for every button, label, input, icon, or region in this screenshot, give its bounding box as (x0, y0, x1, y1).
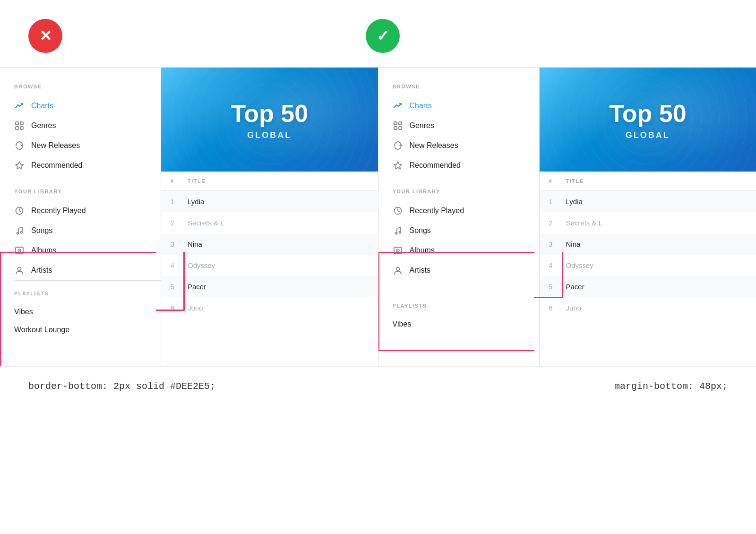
vibes-label-good: Vibes (393, 320, 412, 328)
sidebar-item-charts-good[interactable]: Charts (393, 96, 539, 116)
browse-section-bad: BROWSE Charts (14, 84, 161, 175)
artists-label-bad: Artists (31, 266, 52, 275)
global-text-bad: GLOBAL (247, 130, 292, 140)
sidebar-item-albums-bad[interactable]: Albums (14, 241, 161, 260)
playlists-section-bad: PLAYLISTS Vibes Workout Lounge (14, 291, 161, 339)
track-row-2-good[interactable]: 2 Secrets & L (540, 212, 756, 233)
genres-icon-bad (14, 121, 25, 131)
svg-rect-15 (399, 127, 402, 129)
songs-icon-bad (14, 225, 25, 236)
charts-icon-bad (14, 101, 25, 111)
library-label-bad: YOUR LIBRARY (14, 189, 161, 194)
track-list-bad: # TITLE 1 Lydia 2 Secrets & L 3 Nina 4 (161, 172, 378, 319)
panel-bad: BROWSE Charts (0, 68, 378, 366)
songs-icon-good (393, 225, 403, 236)
playlist-vibes-good[interactable]: Vibes (393, 315, 539, 333)
playlist-workout-bad[interactable]: Workout Lounge (14, 321, 161, 339)
x-icon: ✕ (39, 27, 52, 45)
svg-point-11 (18, 267, 21, 271)
svg-rect-13 (399, 122, 402, 125)
svg-point-6 (17, 233, 19, 234)
svg-rect-2 (16, 127, 18, 129)
library-section-bad: YOUR LIBRARY Recently Played (14, 189, 161, 281)
sidebar-item-recommended-good[interactable]: Recommended (393, 155, 539, 175)
sidebar-item-recently-played-good[interactable]: Recently Played (393, 201, 539, 221)
track-row-1-good[interactable]: 1 Lydia (540, 191, 756, 212)
track-row-1-bad[interactable]: 1 Lydia (161, 191, 378, 212)
new-releases-label-good: New Releases (410, 141, 458, 150)
track-row-4-good[interactable]: 4 Odyssey (540, 255, 756, 276)
artists-label-good: Artists (410, 266, 430, 275)
recommended-icon-bad (14, 160, 25, 171)
svg-point-22 (397, 250, 398, 251)
recently-played-icon-good (393, 206, 403, 216)
playlists-label-good: PLAYLISTS (393, 303, 539, 309)
new-releases-icon-bad (14, 140, 25, 151)
track-row-4-bad[interactable]: 4 Odyssey (161, 255, 378, 276)
svg-point-23 (396, 267, 399, 271)
track-row-6-bad[interactable]: 6 Juno (161, 297, 378, 319)
bad-annotation-text: border-bottom: 2px solid #DEE2E5; (28, 381, 215, 392)
songs-label-good: Songs (410, 226, 431, 235)
playlist-vibes-bad[interactable]: Vibes (14, 303, 161, 321)
svg-rect-12 (394, 122, 397, 125)
recently-played-icon-bad (14, 206, 25, 216)
albums-label-bad: Albums (31, 246, 56, 255)
sidebar-item-charts-bad[interactable]: Charts (14, 96, 161, 116)
library-label-good: YOUR LIBRARY (393, 189, 539, 194)
sidebar-item-genres-good[interactable]: Genres (393, 116, 539, 136)
library-section-good: YOUR LIBRARY Recently Played (393, 189, 539, 280)
recommended-label-good: Recommended (410, 161, 461, 170)
sidebar-bad: BROWSE Charts (0, 68, 161, 366)
albums-icon-good (393, 245, 403, 256)
charts-label-bad: Charts (31, 102, 53, 110)
svg-rect-0 (16, 122, 18, 125)
header-num-bad: # (171, 178, 188, 184)
sidebar-item-albums-good[interactable]: Albums (393, 241, 539, 260)
charts-icon-good (393, 101, 403, 111)
artists-icon-good (393, 265, 403, 276)
good-indicator: ✓ (366, 19, 400, 53)
songs-label-bad: Songs (31, 226, 52, 235)
sidebar-item-songs-bad[interactable]: Songs (14, 221, 161, 241)
albums-icon-bad (14, 245, 25, 256)
sidebar-item-new-releases-good[interactable]: New Releases (393, 136, 539, 155)
top-icons-area: ✕ ✓ (0, 0, 756, 67)
header-num-good: # (549, 178, 566, 184)
workout-label-bad: Workout Lounge (14, 326, 69, 334)
comparison-area: BROWSE Charts (0, 67, 756, 366)
sidebar-item-songs-good[interactable]: Songs (393, 221, 539, 241)
svg-rect-3 (20, 127, 23, 129)
sidebar-item-recently-played-bad[interactable]: Recently Played (14, 201, 161, 221)
browse-label-bad: BROWSE (14, 84, 161, 89)
track-row-5-bad[interactable]: 5 Pacer (161, 276, 378, 297)
playlists-label-bad: PLAYLISTS (14, 291, 161, 296)
track-row-3-bad[interactable]: 3 Nina (161, 233, 378, 255)
sidebar-item-recommended-bad[interactable]: Recommended (14, 155, 161, 175)
track-header-bad: # TITLE (161, 172, 378, 191)
good-indicator-wrapper: ✓ (366, 19, 400, 53)
genres-icon-good (393, 121, 403, 131)
panel-good: BROWSE Charts (378, 68, 756, 366)
track-row-5-good[interactable]: 5 Pacer (540, 276, 756, 297)
album-banner-bad: Top 50 GLOBAL (161, 68, 378, 172)
sidebar-item-artists-good[interactable]: Artists (393, 260, 539, 280)
track-row-6-good[interactable]: 6 Juno (540, 297, 756, 319)
sidebar-item-new-releases-bad[interactable]: New Releases (14, 136, 161, 155)
track-row-2-bad[interactable]: 2 Secrets & L (161, 212, 378, 233)
recommended-label-bad: Recommended (31, 161, 83, 170)
sidebar-item-artists-bad[interactable]: Artists (14, 260, 161, 280)
check-icon: ✓ (377, 27, 389, 45)
track-row-3-good[interactable]: 3 Nina (540, 233, 756, 255)
svg-point-19 (399, 232, 401, 233)
good-annotation-text: margin-bottom: 48px; (614, 381, 728, 392)
header-title-bad: TITLE (188, 178, 369, 184)
top50-text-good: Top 50 (609, 99, 687, 128)
sidebar-item-genres-bad[interactable]: Genres (14, 116, 161, 136)
svg-marker-4 (16, 162, 23, 169)
svg-rect-14 (394, 127, 397, 129)
charts-label-good: Charts (410, 102, 432, 110)
content-bad: Top 50 GLOBAL # TITLE 1 Lydia 2 Secrets … (161, 68, 378, 366)
svg-point-10 (19, 250, 20, 251)
artists-icon-bad (14, 265, 25, 276)
